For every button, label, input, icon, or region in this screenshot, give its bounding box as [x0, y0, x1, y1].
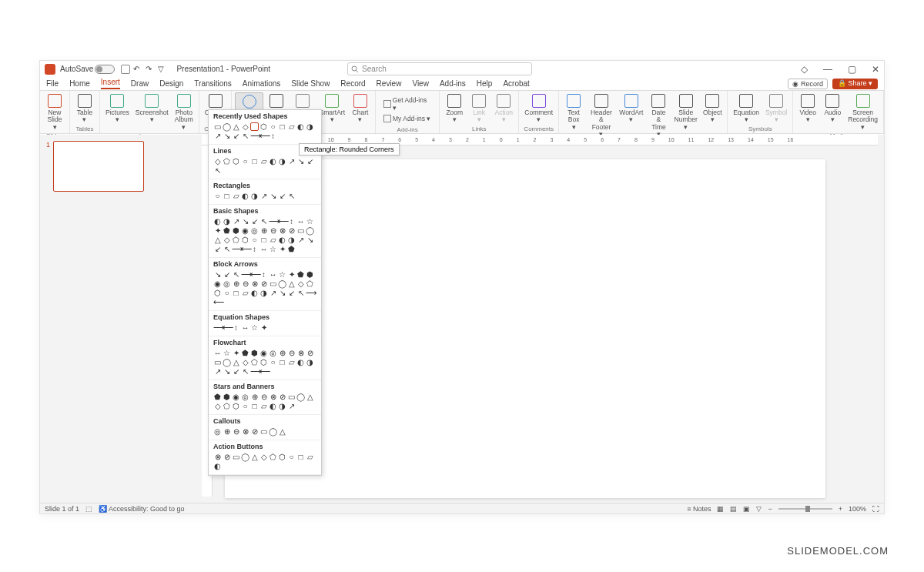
ribbon-screen_recording[interactable]: ScreenRecording▾ [845, 92, 880, 132]
shape-item[interactable]: ◇ [296, 279, 305, 288]
shape-item[interactable]: ○ [223, 289, 231, 297]
ribbon-date_time[interactable]: Date &Time▾ [647, 92, 671, 139]
shape-item[interactable]: ↙ [223, 270, 231, 279]
shape-item[interactable]: ◐ [250, 289, 259, 297]
zoom-slider[interactable] [778, 508, 832, 510]
shape-item[interactable]: ⊘ [223, 453, 231, 461]
shape-item[interactable]: ↗ [287, 157, 296, 166]
shape-item[interactable]: ↖ [259, 217, 268, 226]
shape-item[interactable]: ◐ [213, 462, 222, 470]
normal-view-icon[interactable]: ▦ [717, 505, 724, 513]
shape-item[interactable]: ⬢ [250, 349, 259, 357]
shape-item[interactable]: ↖ [232, 270, 240, 279]
shape-item[interactable]: ↕ [259, 270, 268, 279]
shape-item[interactable]: ⬠ [306, 279, 314, 288]
ribbon-video[interactable]: Video▾ [796, 92, 819, 125]
shape-item[interactable]: ⊗ [296, 349, 305, 357]
shape-item[interactable]: ◯ [241, 453, 249, 461]
tab-insert[interactable]: Insert [101, 78, 120, 89]
shape-item[interactable]: ✦ [287, 270, 296, 279]
shape-item[interactable]: ▱ [259, 157, 268, 166]
shape-item[interactable]: ↙ [278, 192, 286, 200]
minimize-button[interactable]: — [823, 64, 832, 75]
close-button[interactable]: ✕ [872, 64, 879, 75]
shape-item[interactable]: ☆ [250, 323, 259, 332]
shape-item[interactable]: ↕ [287, 217, 296, 226]
shape-item[interactable]: ↕ [232, 323, 240, 332]
ribbon-comment[interactable]: Comment▾ [522, 92, 555, 125]
shape-item[interactable]: ⬢ [232, 226, 240, 235]
shape-item[interactable]: ⊗ [278, 226, 286, 235]
shape-item[interactable]: ◯ [306, 226, 314, 235]
shape-item[interactable]: ↕ [250, 245, 259, 253]
tab-acrobat[interactable]: Acrobat [503, 79, 529, 88]
fit-window-icon[interactable]: ⛶ [872, 505, 879, 513]
shape-item[interactable]: ↙ [232, 132, 240, 140]
shape-item[interactable]: ◑ [306, 358, 314, 366]
shape-item[interactable]: □ [223, 192, 231, 200]
shape-item[interactable]: ⬠ [223, 157, 231, 166]
shape-item[interactable]: ✦ [232, 349, 240, 357]
ribbon-slide_number[interactable]: SlideNumber▾ [672, 92, 699, 132]
shape-item[interactable]: ⬠ [223, 402, 231, 410]
shape-item[interactable]: ↔ [269, 270, 277, 279]
slide-counter[interactable]: Slide 1 of 1 [45, 505, 79, 513]
shape-item[interactable]: △ [232, 122, 240, 131]
shape-item[interactable]: □ [232, 289, 240, 297]
redo-icon[interactable]: ↷ [146, 65, 155, 74]
shape-item[interactable]: ◑ [278, 157, 286, 166]
shape-item[interactable]: ↙ [306, 157, 314, 166]
shape-item[interactable]: ⬟ [287, 245, 296, 253]
shape-item[interactable]: ⟵ [250, 270, 259, 279]
shape-item[interactable]: ↗ [232, 217, 240, 226]
shape-item[interactable]: ◑ [287, 236, 296, 244]
save-icon[interactable] [121, 65, 130, 74]
shape-item[interactable]: ⬡ [278, 453, 286, 461]
shape-item[interactable]: ↗ [213, 367, 222, 376]
shape-item[interactable]: ⬡ [213, 289, 222, 297]
shape-item[interactable]: ◇ [213, 157, 222, 166]
ribbon-audio[interactable]: Audio▾ [821, 92, 844, 125]
shape-item[interactable]: ◐ [296, 122, 305, 131]
shape-item[interactable]: ↘ [241, 217, 249, 226]
shape-item[interactable]: ⊖ [241, 279, 249, 288]
shape-item[interactable]: ↔ [259, 245, 268, 253]
notes-button[interactable]: ≡ Notes [687, 505, 711, 513]
shape-item[interactable]: ◐ [213, 217, 222, 226]
shape-item[interactable]: ◎ [213, 427, 222, 436]
ribbon-header_footer[interactable]: Header& Footer▾ [587, 92, 616, 139]
undo-icon[interactable]: ↶ [133, 65, 142, 74]
shape-item[interactable]: ↗ [296, 236, 305, 244]
shape-item[interactable]: □ [250, 157, 259, 166]
shape-item[interactable]: ↘ [306, 236, 314, 244]
shape-item[interactable]: ▱ [259, 402, 268, 410]
shape-item[interactable]: △ [278, 427, 286, 436]
start-icon[interactable]: ▽ [158, 65, 167, 74]
shape-item[interactable]: ⊘ [259, 279, 268, 288]
accessibility-status[interactable]: ♿ Accessibility: Good to go [99, 505, 185, 513]
shape-item[interactable]: ◇ [241, 122, 249, 131]
ribbon-wordart[interactable]: WordArt▾ [618, 92, 645, 125]
shape-item[interactable]: ◯ [278, 279, 286, 288]
tab-record[interactable]: Record [340, 79, 365, 88]
ribbon-action[interactable]: Action▾ [492, 92, 515, 125]
shape-item[interactable]: ☆ [269, 245, 277, 253]
shape-item[interactable]: ⟶ [250, 367, 259, 376]
tab-home[interactable]: Home [69, 79, 90, 88]
shape-item[interactable]: ▭ [296, 226, 305, 235]
shape-item[interactable]: ⬢ [306, 270, 314, 279]
shape-item[interactable]: ◐ [269, 157, 277, 166]
shape-item[interactable]: ↗ [269, 289, 277, 297]
shape-item[interactable]: ○ [269, 122, 277, 131]
shape-item[interactable]: ↙ [232, 367, 240, 376]
shape-item[interactable]: ↘ [278, 289, 286, 297]
tab-file[interactable]: File [46, 79, 59, 88]
shape-item[interactable]: ↘ [223, 132, 231, 140]
shape-item[interactable]: ⬡ [241, 236, 249, 244]
shape-item[interactable]: ⊘ [287, 226, 296, 235]
shape-item[interactable]: ◇ [223, 236, 231, 244]
ribbon-my_addins[interactable]: My Add-ins ▾ [382, 114, 433, 123]
shape-item[interactable]: ▭ [259, 427, 268, 436]
shape-item[interactable]: ⬡ [232, 402, 240, 410]
zoom-in-button[interactable]: + [839, 505, 842, 513]
